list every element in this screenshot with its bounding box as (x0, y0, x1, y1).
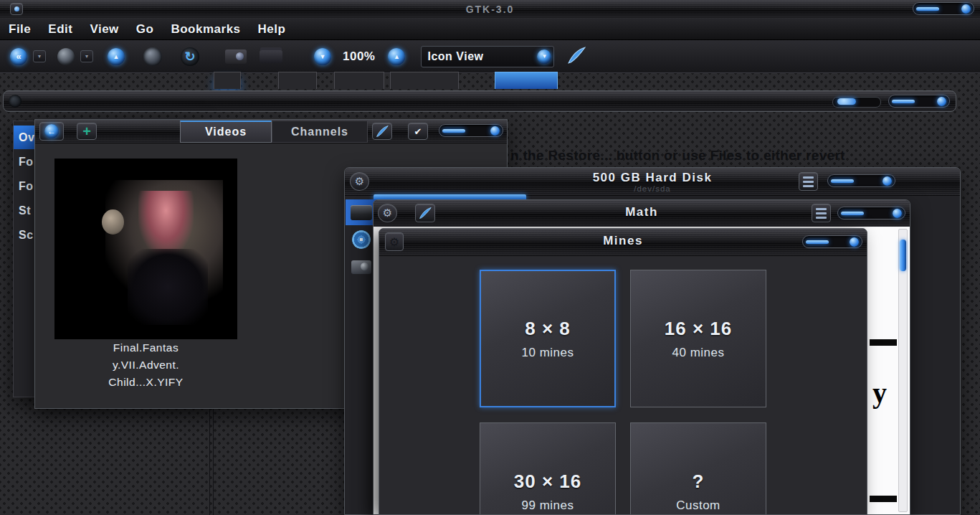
board-option-30x16[interactable]: 30 × 16 99 mines (480, 422, 616, 515)
sidebar-item-label: Sc (19, 229, 34, 242)
camera-icon[interactable] (225, 49, 247, 64)
sidebar-item-label: Ov (19, 131, 34, 144)
board-mines-label: 10 mines (522, 346, 574, 360)
menu-go[interactable]: Go (136, 22, 154, 37)
minimize-icon[interactable] (892, 100, 915, 103)
menubar: File Edit View Go Bookmarks Help (0, 19, 980, 40)
close-icon[interactable] (883, 176, 892, 186)
chevron-down-icon[interactable]: ▼ (537, 49, 551, 64)
hamburger-icon (803, 176, 814, 187)
back-history-dropdown[interactable]: ▾ (33, 50, 46, 62)
menu-icon[interactable] (799, 172, 818, 191)
menu-help[interactable]: Help (258, 22, 286, 37)
paintbrush-icon[interactable] (567, 46, 586, 67)
math-window-controls[interactable] (837, 207, 905, 219)
thumbnail-figure-bald (102, 209, 124, 235)
menu-bookmarks[interactable]: Bookmarks (171, 22, 240, 37)
refresh-icon[interactable]: ↻ (181, 47, 199, 66)
select-check-icon[interactable]: ✔ (408, 123, 428, 140)
menu-file[interactable]: File (9, 22, 31, 37)
board-mines-label: 40 mines (672, 346, 725, 360)
dialog-text: n the Restore... button or use Files to … (510, 148, 845, 164)
tab-channels[interactable]: Channels (272, 121, 368, 143)
board-option-8x8[interactable]: 8 × 8 10 mines (480, 270, 616, 407)
menu-edit[interactable]: Edit (48, 22, 72, 37)
panel-slider-track[interactable] (832, 97, 881, 108)
disk-titlebar[interactable]: ⚙ 500 GB Hard Disk /dev/sda (345, 168, 960, 196)
main-titlebar[interactable]: GTK-3.0 (0, 0, 980, 19)
videos-header[interactable]: ← + Videos Channels ✔ (35, 120, 507, 143)
caption-line: y.VII.Advent. (54, 356, 237, 374)
board-size-label: 30 × 16 (514, 471, 581, 493)
close-icon[interactable] (893, 209, 902, 218)
path-segment[interactable] (214, 72, 241, 89)
desktop: GTK-3.0 File Edit View Go Bookmarks Help… (0, 0, 980, 515)
thumbnail-figure-suit (128, 249, 208, 325)
panel-icon (9, 95, 22, 108)
camera-icon (351, 260, 371, 274)
hard-disk-icon (351, 205, 372, 220)
scanner-icon[interactable] (260, 50, 282, 63)
paintbrush-icon[interactable] (372, 123, 392, 140)
mines-window-controls[interactable] (802, 235, 862, 248)
forward-history-dropdown[interactable]: ▾ (80, 50, 93, 62)
menu-icon[interactable] (812, 204, 831, 222)
back-button[interactable]: ← (39, 122, 64, 141)
board-option-custom[interactable]: ? Custom (630, 422, 766, 515)
path-segment[interactable] (390, 72, 459, 89)
home-icon[interactable] (143, 47, 162, 66)
zoom-out-icon[interactable]: ▼ (314, 48, 331, 65)
path-segment[interactable] (278, 72, 317, 89)
path-segment[interactable] (334, 72, 384, 89)
equation-fragment: y (872, 376, 887, 410)
math-titlebar[interactable]: ⚙ Math (374, 200, 910, 227)
mines-window-title: Mines (379, 234, 867, 248)
main-window-title: GTK-3.0 (0, 4, 980, 15)
board-size-label: ? (693, 471, 705, 493)
minimize-icon[interactable] (806, 240, 829, 244)
panel-bar[interactable] (3, 90, 956, 112)
board-option-16x16[interactable]: 16 × 16 40 mines (630, 270, 766, 407)
videos-window-controls[interactable] (439, 124, 503, 137)
mines-titlebar[interactable]: ⚙ Mines (379, 229, 867, 256)
caption-line: Final.Fantas (54, 339, 237, 356)
close-icon[interactable] (850, 237, 859, 247)
sidebar-item-label: Fo (19, 180, 34, 193)
tab-videos[interactable]: Videos (180, 121, 272, 143)
up-icon[interactable]: ▲ (108, 48, 125, 65)
close-icon[interactable] (961, 4, 971, 14)
video-thumbnail[interactable] (54, 159, 237, 339)
equation-fragment (870, 339, 897, 346)
tab-label: Channels (291, 126, 348, 138)
minimize-icon[interactable] (841, 212, 864, 215)
equation-fragment (870, 496, 897, 502)
scrollbar-thumb[interactable] (900, 240, 906, 271)
sidebar-item-label: Fo (19, 156, 34, 169)
zoom-level: 100% (343, 49, 375, 64)
thumbnail-figure-hair (138, 191, 194, 256)
column-divider (209, 409, 210, 515)
menu-view[interactable]: View (90, 22, 118, 37)
minimize-icon[interactable] (442, 129, 465, 133)
add-button[interactable]: + (77, 123, 97, 140)
panel-slider-thumb[interactable] (837, 98, 856, 105)
sidebar-item-label: St (19, 204, 31, 217)
window-controls[interactable] (913, 2, 974, 15)
board-mines-label: 99 mines (522, 499, 574, 513)
forward-icon[interactable] (57, 48, 75, 65)
disk-window-controls[interactable] (827, 174, 895, 187)
minimize-icon[interactable] (916, 7, 939, 11)
close-icon[interactable] (937, 97, 946, 106)
board-size-label: 8 × 8 (525, 318, 571, 340)
caption-line: Child...X.YIFY (54, 374, 237, 391)
board-size-label: 16 × 16 (665, 318, 732, 340)
zoom-in-icon[interactable]: ▲ (388, 48, 405, 65)
panel-window-controls[interactable] (888, 95, 950, 108)
path-segment-active[interactable] (495, 72, 558, 89)
view-selector[interactable]: Icon View ▼ (421, 46, 554, 67)
hamburger-icon (816, 208, 827, 219)
scrollbar-track[interactable] (898, 229, 908, 512)
close-icon[interactable] (490, 126, 500, 136)
minimize-icon[interactable] (831, 179, 854, 183)
back-icon[interactable]: « (10, 48, 27, 65)
